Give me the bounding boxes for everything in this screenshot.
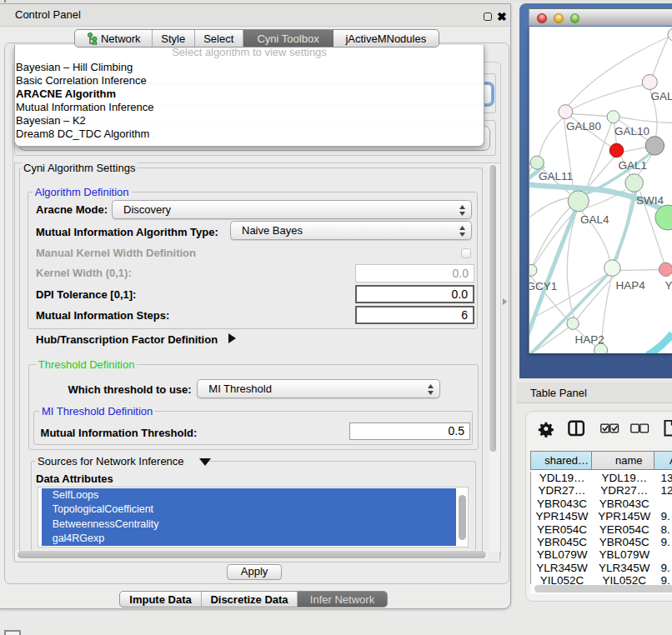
svg-text:HAP2: HAP2 (575, 333, 604, 346)
svg-text:Y: Y (665, 279, 672, 292)
svg-text:GAL1: GAL1 (619, 159, 647, 172)
svg-text:HAP4: HAP4 (616, 279, 646, 292)
svg-text:GAL10: GAL10 (614, 125, 649, 138)
svg-text:GCY1: GCY1 (529, 280, 557, 292)
svg-text:GAL: GAL (651, 90, 672, 102)
svg-text:GAL4: GAL4 (580, 213, 609, 226)
svg-text:GAL11: GAL11 (539, 170, 573, 182)
svg-text:SWI4: SWI4 (636, 194, 664, 207)
svg-text:GAL80: GAL80 (566, 119, 601, 132)
